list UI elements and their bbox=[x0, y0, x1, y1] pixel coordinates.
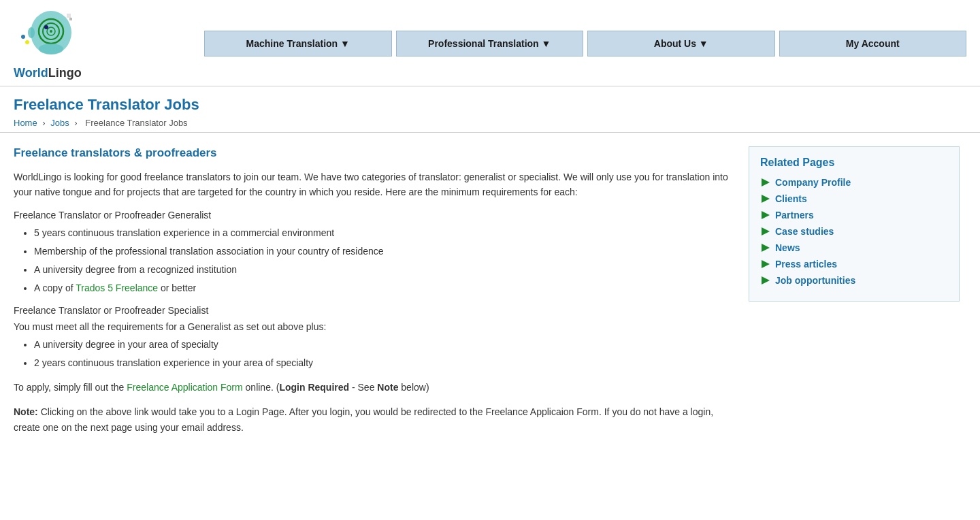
arrow-icon bbox=[760, 259, 771, 270]
section-title: Freelance translators & proofreaders bbox=[14, 146, 735, 160]
arrow-icon bbox=[760, 177, 771, 188]
svg-marker-15 bbox=[762, 227, 770, 235]
generalist-heading: Freelance Translator or Proofreader Gene… bbox=[14, 210, 735, 221]
svg-point-9 bbox=[44, 25, 48, 29]
sidebar-link-news[interactable]: News bbox=[775, 242, 800, 253]
sidebar-link-case-studies[interactable]: Case studies bbox=[775, 226, 834, 237]
related-pages-sidebar: Related Pages Company Profile Clients Pa… bbox=[749, 146, 960, 302]
apply-text-post: online. (Login Required - See Note below… bbox=[243, 382, 429, 393]
specialist-list: A university degree in your area of spec… bbox=[34, 338, 735, 370]
svg-rect-7 bbox=[67, 14, 71, 18]
sidebar-item-case-studies: Case studies bbox=[760, 226, 948, 237]
nav-my-account[interactable]: My Account bbox=[779, 31, 967, 56]
svg-point-5 bbox=[28, 27, 35, 38]
list-item: 2 years continuous translation experienc… bbox=[34, 356, 735, 370]
trados-link[interactable]: Trados 5 Freelance bbox=[76, 282, 158, 293]
breadcrumb: Home › Jobs › Freelance Translator Jobs bbox=[14, 118, 966, 128]
main-layout: Freelance translators & proofreaders Wor… bbox=[0, 133, 980, 449]
svg-point-4 bbox=[50, 30, 52, 33]
nav-about-us[interactable]: About Us ▼ bbox=[587, 31, 775, 56]
sidebar-link-company-profile[interactable]: Company Profile bbox=[775, 177, 851, 188]
freelance-application-link[interactable]: Freelance Application Form bbox=[127, 382, 242, 393]
sidebar-link-job-opportunities[interactable]: Job opportunities bbox=[775, 275, 855, 286]
breadcrumb-current: Freelance Translator Jobs bbox=[85, 118, 187, 128]
apply-paragraph: To apply, simply fill out the Freelance … bbox=[14, 380, 735, 395]
logo-text[interactable]: WorldLingo bbox=[14, 66, 82, 80]
list-item: 5 years continuous translation experienc… bbox=[34, 226, 735, 240]
logo-area: WorldLingo bbox=[14, 7, 122, 80]
svg-marker-17 bbox=[762, 260, 770, 268]
note-body: Clicking on the above link would take yo… bbox=[14, 406, 713, 432]
list-item: Membership of the professional translati… bbox=[34, 244, 735, 259]
page-title-area: Freelance Translator Jobs Home › Jobs › … bbox=[0, 86, 980, 133]
list-item: A university degree from a recognized in… bbox=[34, 263, 735, 277]
sidebar-link-clients[interactable]: Clients bbox=[775, 193, 807, 204]
sidebar-item-company-profile: Company Profile bbox=[760, 177, 948, 188]
note-label: Note: bbox=[14, 406, 38, 417]
svg-marker-16 bbox=[762, 244, 770, 252]
sidebar-item-job-opportunities: Job opportunities bbox=[760, 275, 948, 286]
main-nav: Machine Translation ▼ Professional Trans… bbox=[204, 31, 966, 56]
specialist-intro: You must meet all the requirements for a… bbox=[14, 321, 735, 332]
nav-professional-translation[interactable]: Professional Translation ▼ bbox=[396, 31, 584, 56]
svg-marker-12 bbox=[762, 178, 770, 186]
specialist-heading: Freelance Translator or Proofreader Spec… bbox=[14, 305, 735, 316]
svg-marker-18 bbox=[762, 276, 770, 285]
sidebar-item-news: News bbox=[760, 242, 948, 253]
page-title: Freelance Translator Jobs bbox=[14, 96, 966, 114]
note-paragraph: Note: Clicking on the above link would t… bbox=[14, 404, 735, 435]
sidebar-item-partners: Partners bbox=[760, 210, 948, 221]
intro-text: WorldLingo is looking for good freelance… bbox=[14, 169, 735, 200]
svg-point-6 bbox=[39, 44, 63, 54]
generalist-list: 5 years continuous translation experienc… bbox=[34, 226, 735, 295]
arrow-icon bbox=[760, 275, 771, 286]
worldlingo-logo[interactable] bbox=[14, 7, 75, 65]
svg-marker-13 bbox=[762, 195, 770, 203]
header: WorldLingo Machine Translation ▼ Profess… bbox=[0, 0, 980, 86]
list-item: A copy of Trados 5 Freelance or better bbox=[34, 281, 735, 295]
arrow-icon bbox=[760, 210, 771, 221]
svg-marker-14 bbox=[762, 211, 770, 219]
nav-machine-translation[interactable]: Machine Translation ▼ bbox=[204, 31, 392, 56]
content-area: Freelance translators & proofreaders Wor… bbox=[14, 146, 735, 435]
sidebar-link-press-articles[interactable]: Press articles bbox=[775, 259, 837, 270]
breadcrumb-jobs[interactable]: Jobs bbox=[50, 118, 69, 128]
arrow-icon bbox=[760, 193, 771, 204]
apply-text-pre: To apply, simply fill out the bbox=[14, 382, 127, 393]
sidebar-item-clients: Clients bbox=[760, 193, 948, 204]
sidebar-item-press-articles: Press articles bbox=[760, 259, 948, 270]
svg-point-10 bbox=[25, 40, 29, 44]
svg-rect-8 bbox=[69, 18, 72, 20]
arrow-icon bbox=[760, 226, 771, 237]
svg-point-11 bbox=[21, 35, 25, 39]
sidebar-link-partners[interactable]: Partners bbox=[775, 210, 814, 221]
arrow-icon bbox=[760, 242, 771, 253]
breadcrumb-home[interactable]: Home bbox=[14, 118, 37, 128]
list-item: A university degree in your area of spec… bbox=[34, 338, 735, 352]
sidebar-title: Related Pages bbox=[760, 157, 948, 169]
